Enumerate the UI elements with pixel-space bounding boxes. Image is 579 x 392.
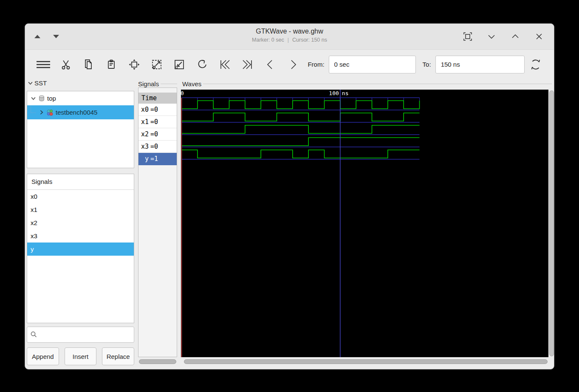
close-button[interactable] [534, 31, 545, 42]
fullscreen-button[interactable] [462, 31, 473, 42]
zoom-in-button[interactable] [168, 55, 191, 74]
signal-list: x0x1x2x3y [27, 190, 134, 256]
tree-item-label: top [47, 95, 56, 102]
toolbar: From: To: [25, 50, 554, 79]
gtkwave-window: GTKWave - wave.ghw Marker: 0 sec|Cursor:… [25, 23, 554, 369]
insert-button[interactable]: Insert [65, 347, 97, 365]
signal-list-item[interactable]: x1 [27, 203, 134, 216]
signal-list-item[interactable]: x0 [27, 190, 134, 203]
cut-icon [59, 58, 72, 71]
svg-text:0: 0 [181, 90, 184, 96]
wave-trace-x0 [182, 101, 420, 109]
copy-icon [82, 58, 95, 71]
signals-frame-text: Signals [138, 80, 159, 87]
zoom-fit-button[interactable] [123, 55, 145, 74]
tree-item-top[interactable]: top [27, 91, 134, 105]
close-icon [534, 32, 544, 41]
module-icon [46, 109, 54, 116]
wave-trace-y [182, 150, 420, 158]
signal-value-row[interactable]: y=1 [138, 153, 177, 165]
to-end-button[interactable] [236, 55, 259, 74]
title-bar: GTKWave - wave.ghw Marker: 0 sec|Cursor:… [25, 24, 554, 50]
svg-text:ns: ns [342, 90, 349, 96]
to-label: To: [423, 61, 431, 68]
signal-value-row[interactable]: x1=0 [138, 116, 177, 128]
chevron-right-icon [287, 58, 299, 71]
undo-button[interactable] [191, 55, 213, 74]
minimize-button[interactable] [486, 31, 497, 42]
pane-splitter-left[interactable] [135, 79, 137, 366]
tree-item-label: testbench0045 [56, 109, 97, 116]
waves-frame-text: Waves [182, 80, 201, 87]
menu-button[interactable] [32, 55, 54, 74]
search-icon [27, 330, 40, 339]
signal-list-item[interactable]: x2 [27, 216, 134, 229]
chevron-down-icon [31, 96, 36, 101]
signal-list-item[interactable]: x3 [27, 229, 134, 243]
wave-trace-x1 [182, 113, 420, 121]
menu-icon [35, 58, 52, 71]
triangle-up-icon [34, 35, 40, 38]
action-button-row: AppendInsertReplace [27, 347, 134, 365]
fullscreen-icon [463, 32, 472, 41]
signal-value-row[interactable]: x2=0 [138, 128, 177, 141]
sst-expander[interactable]: SST [28, 79, 47, 87]
reload-icon [529, 58, 542, 71]
from-input[interactable] [329, 56, 416, 73]
to-input[interactable] [435, 56, 525, 73]
waves-frame-label: Waves [182, 80, 552, 87]
zoom-out-icon [150, 58, 163, 71]
undo-icon [196, 58, 209, 71]
reload-button[interactable] [525, 55, 547, 74]
status-separator: | [288, 37, 289, 43]
skip-to-start-icon [218, 58, 232, 71]
shift-right-button[interactable] [282, 55, 304, 74]
waves-v-scrollbar[interactable] [549, 90, 554, 356]
signal-value-row[interactable]: x3=0 [138, 141, 177, 153]
triangle-down-icon [53, 35, 59, 38]
maximize-button[interactable] [510, 31, 521, 42]
paste-icon [105, 58, 118, 71]
zoom-out-button[interactable] [145, 55, 168, 74]
wave-trace-x2 [182, 125, 420, 133]
tree-guide [31, 106, 36, 113]
chevron-right-icon [39, 110, 44, 115]
keep-above-button[interactable] [34, 34, 41, 39]
zoom-fit-icon [128, 58, 141, 71]
chevron-down-icon [487, 32, 496, 41]
svg-text:100: 100 [329, 90, 339, 96]
signals-frame-label: Signals [138, 80, 177, 87]
signal-values-panel: Time x0=0x1=0x2=0x3=0y=1 [138, 87, 177, 357]
zoom-in-icon [173, 58, 186, 71]
signals-h-scrollbar[interactable] [139, 359, 176, 364]
keep-below-button[interactable] [52, 34, 60, 39]
from-label: From: [308, 61, 324, 68]
chevron-down-icon [28, 80, 33, 86]
copy-button[interactable] [77, 55, 100, 74]
wave-trace-x3 [182, 138, 420, 146]
marker-status: Marker: 0 sec [252, 37, 284, 43]
shift-left-button[interactable] [259, 55, 282, 74]
database-icon [38, 95, 45, 102]
signal-value-rows: x0=0x1=0x2=0x3=0y=1 [138, 104, 177, 165]
sst-label: SST [34, 79, 47, 87]
sst-tree-panel: top testbench0045 [27, 91, 134, 168]
cursor-status: Cursor: 150 ns [292, 37, 327, 43]
chevron-up-icon [511, 32, 520, 41]
pane-splitter-right[interactable] [178, 79, 180, 366]
signal-value-row[interactable]: x0=0 [138, 104, 177, 116]
replace-button[interactable]: Replace [102, 347, 134, 365]
paste-button[interactable] [100, 55, 122, 74]
to-start-button[interactable] [214, 55, 236, 74]
tree-item-testbench[interactable]: testbench0045 [27, 105, 134, 119]
signal-list-header: Signals [27, 174, 134, 190]
search-input[interactable] [40, 331, 134, 338]
cut-button[interactable] [54, 55, 77, 74]
waves-h-scrollbar[interactable] [184, 359, 548, 364]
signal-list-item[interactable]: y [27, 243, 134, 256]
time-column-header: Time [138, 93, 177, 104]
wave-canvas[interactable]: 0100ns [181, 90, 548, 357]
append-button[interactable]: Append [27, 347, 59, 365]
chevron-left-icon [264, 58, 277, 71]
search-box [27, 327, 134, 343]
